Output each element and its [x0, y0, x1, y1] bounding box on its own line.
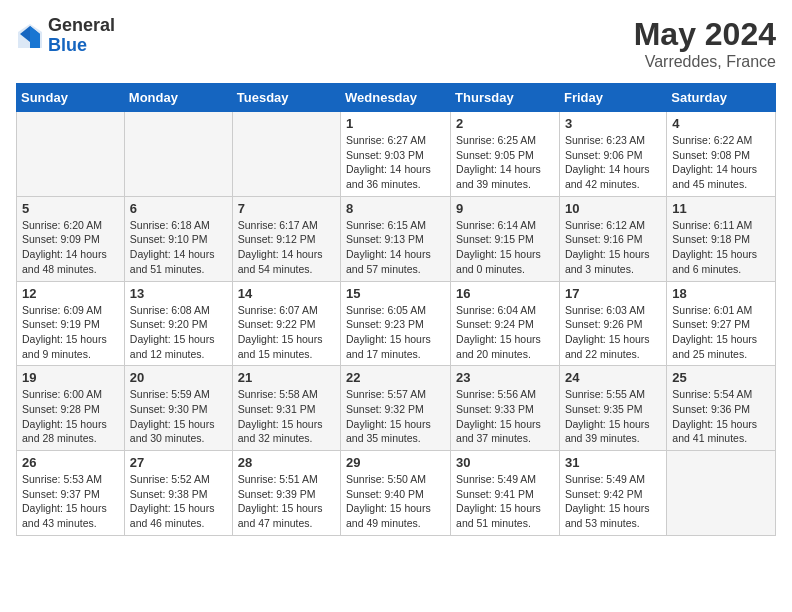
day-number: 15: [346, 286, 445, 301]
day-number: 7: [238, 201, 335, 216]
day-number: 22: [346, 370, 445, 385]
day-info: Sunrise: 6:05 AMSunset: 9:23 PMDaylight:…: [346, 303, 445, 362]
day-info: Sunrise: 6:07 AMSunset: 9:22 PMDaylight:…: [238, 303, 335, 362]
day-info: Sunrise: 6:18 AMSunset: 9:10 PMDaylight:…: [130, 218, 227, 277]
day-number: 24: [565, 370, 661, 385]
day-info: Sunrise: 6:22 AMSunset: 9:08 PMDaylight:…: [672, 133, 770, 192]
calendar-cell: 31Sunrise: 5:49 AMSunset: 9:42 PMDayligh…: [559, 451, 666, 536]
day-number: 26: [22, 455, 119, 470]
day-number: 8: [346, 201, 445, 216]
day-info: Sunrise: 5:56 AMSunset: 9:33 PMDaylight:…: [456, 387, 554, 446]
calendar-week-row: 19Sunrise: 6:00 AMSunset: 9:28 PMDayligh…: [17, 366, 776, 451]
calendar-cell: 1Sunrise: 6:27 AMSunset: 9:03 PMDaylight…: [341, 112, 451, 197]
calendar-cell: 18Sunrise: 6:01 AMSunset: 9:27 PMDayligh…: [667, 281, 776, 366]
day-number: 23: [456, 370, 554, 385]
calendar-week-row: 1Sunrise: 6:27 AMSunset: 9:03 PMDaylight…: [17, 112, 776, 197]
page-header: General Blue May 2024 Varreddes, France: [16, 16, 776, 71]
day-header-saturday: Saturday: [667, 84, 776, 112]
day-info: Sunrise: 5:54 AMSunset: 9:36 PMDaylight:…: [672, 387, 770, 446]
day-number: 14: [238, 286, 335, 301]
day-info: Sunrise: 5:51 AMSunset: 9:39 PMDaylight:…: [238, 472, 335, 531]
calendar-cell: 23Sunrise: 5:56 AMSunset: 9:33 PMDayligh…: [451, 366, 560, 451]
day-number: 30: [456, 455, 554, 470]
day-info: Sunrise: 6:14 AMSunset: 9:15 PMDaylight:…: [456, 218, 554, 277]
month-year-title: May 2024: [634, 16, 776, 53]
logo-blue-text: Blue: [48, 36, 115, 56]
day-number: 28: [238, 455, 335, 470]
calendar-cell: 6Sunrise: 6:18 AMSunset: 9:10 PMDaylight…: [124, 196, 232, 281]
calendar-week-row: 12Sunrise: 6:09 AMSunset: 9:19 PMDayligh…: [17, 281, 776, 366]
day-info: Sunrise: 6:20 AMSunset: 9:09 PMDaylight:…: [22, 218, 119, 277]
logo: General Blue: [16, 16, 115, 56]
calendar-cell: 25Sunrise: 5:54 AMSunset: 9:36 PMDayligh…: [667, 366, 776, 451]
day-number: 20: [130, 370, 227, 385]
day-number: 18: [672, 286, 770, 301]
day-info: Sunrise: 5:58 AMSunset: 9:31 PMDaylight:…: [238, 387, 335, 446]
day-info: Sunrise: 6:23 AMSunset: 9:06 PMDaylight:…: [565, 133, 661, 192]
day-info: Sunrise: 5:49 AMSunset: 9:42 PMDaylight:…: [565, 472, 661, 531]
calendar-cell: 27Sunrise: 5:52 AMSunset: 9:38 PMDayligh…: [124, 451, 232, 536]
calendar-cell: [124, 112, 232, 197]
calendar-cell: 28Sunrise: 5:51 AMSunset: 9:39 PMDayligh…: [232, 451, 340, 536]
calendar-cell: 21Sunrise: 5:58 AMSunset: 9:31 PMDayligh…: [232, 366, 340, 451]
day-number: 5: [22, 201, 119, 216]
calendar-cell: 12Sunrise: 6:09 AMSunset: 9:19 PMDayligh…: [17, 281, 125, 366]
day-number: 1: [346, 116, 445, 131]
day-info: Sunrise: 6:09 AMSunset: 9:19 PMDaylight:…: [22, 303, 119, 362]
day-info: Sunrise: 6:27 AMSunset: 9:03 PMDaylight:…: [346, 133, 445, 192]
calendar-cell: 8Sunrise: 6:15 AMSunset: 9:13 PMDaylight…: [341, 196, 451, 281]
calendar-cell: 2Sunrise: 6:25 AMSunset: 9:05 PMDaylight…: [451, 112, 560, 197]
day-info: Sunrise: 6:00 AMSunset: 9:28 PMDaylight:…: [22, 387, 119, 446]
day-number: 21: [238, 370, 335, 385]
day-number: 13: [130, 286, 227, 301]
calendar-cell: 7Sunrise: 6:17 AMSunset: 9:12 PMDaylight…: [232, 196, 340, 281]
day-number: 29: [346, 455, 445, 470]
day-header-sunday: Sunday: [17, 84, 125, 112]
calendar-week-row: 26Sunrise: 5:53 AMSunset: 9:37 PMDayligh…: [17, 451, 776, 536]
day-header-monday: Monday: [124, 84, 232, 112]
day-info: Sunrise: 6:25 AMSunset: 9:05 PMDaylight:…: [456, 133, 554, 192]
day-number: 17: [565, 286, 661, 301]
calendar-cell: 9Sunrise: 6:14 AMSunset: 9:15 PMDaylight…: [451, 196, 560, 281]
day-header-friday: Friday: [559, 84, 666, 112]
calendar-cell: 3Sunrise: 6:23 AMSunset: 9:06 PMDaylight…: [559, 112, 666, 197]
calendar-cell: 30Sunrise: 5:49 AMSunset: 9:41 PMDayligh…: [451, 451, 560, 536]
calendar-cell: 17Sunrise: 6:03 AMSunset: 9:26 PMDayligh…: [559, 281, 666, 366]
logo-icon: [16, 22, 44, 50]
day-header-tuesday: Tuesday: [232, 84, 340, 112]
day-info: Sunrise: 5:57 AMSunset: 9:32 PMDaylight:…: [346, 387, 445, 446]
day-number: 2: [456, 116, 554, 131]
calendar-cell: 26Sunrise: 5:53 AMSunset: 9:37 PMDayligh…: [17, 451, 125, 536]
day-number: 27: [130, 455, 227, 470]
day-number: 6: [130, 201, 227, 216]
calendar-cell: [17, 112, 125, 197]
calendar-cell: 29Sunrise: 5:50 AMSunset: 9:40 PMDayligh…: [341, 451, 451, 536]
day-info: Sunrise: 6:03 AMSunset: 9:26 PMDaylight:…: [565, 303, 661, 362]
day-info: Sunrise: 6:17 AMSunset: 9:12 PMDaylight:…: [238, 218, 335, 277]
logo-text: General Blue: [48, 16, 115, 56]
day-info: Sunrise: 6:04 AMSunset: 9:24 PMDaylight:…: [456, 303, 554, 362]
day-number: 4: [672, 116, 770, 131]
calendar-cell: [232, 112, 340, 197]
calendar-cell: 22Sunrise: 5:57 AMSunset: 9:32 PMDayligh…: [341, 366, 451, 451]
day-info: Sunrise: 6:08 AMSunset: 9:20 PMDaylight:…: [130, 303, 227, 362]
day-number: 3: [565, 116, 661, 131]
day-number: 16: [456, 286, 554, 301]
day-number: 25: [672, 370, 770, 385]
calendar-cell: 13Sunrise: 6:08 AMSunset: 9:20 PMDayligh…: [124, 281, 232, 366]
location-subtitle: Varreddes, France: [634, 53, 776, 71]
day-info: Sunrise: 5:53 AMSunset: 9:37 PMDaylight:…: [22, 472, 119, 531]
day-number: 9: [456, 201, 554, 216]
day-number: 11: [672, 201, 770, 216]
calendar-cell: 11Sunrise: 6:11 AMSunset: 9:18 PMDayligh…: [667, 196, 776, 281]
calendar-cell: [667, 451, 776, 536]
logo-general-text: General: [48, 16, 115, 36]
day-header-wednesday: Wednesday: [341, 84, 451, 112]
day-number: 31: [565, 455, 661, 470]
day-info: Sunrise: 6:11 AMSunset: 9:18 PMDaylight:…: [672, 218, 770, 277]
day-info: Sunrise: 5:59 AMSunset: 9:30 PMDaylight:…: [130, 387, 227, 446]
calendar-week-row: 5Sunrise: 6:20 AMSunset: 9:09 PMDaylight…: [17, 196, 776, 281]
calendar-table: SundayMondayTuesdayWednesdayThursdayFrid…: [16, 83, 776, 536]
day-info: Sunrise: 5:55 AMSunset: 9:35 PMDaylight:…: [565, 387, 661, 446]
calendar-cell: 24Sunrise: 5:55 AMSunset: 9:35 PMDayligh…: [559, 366, 666, 451]
